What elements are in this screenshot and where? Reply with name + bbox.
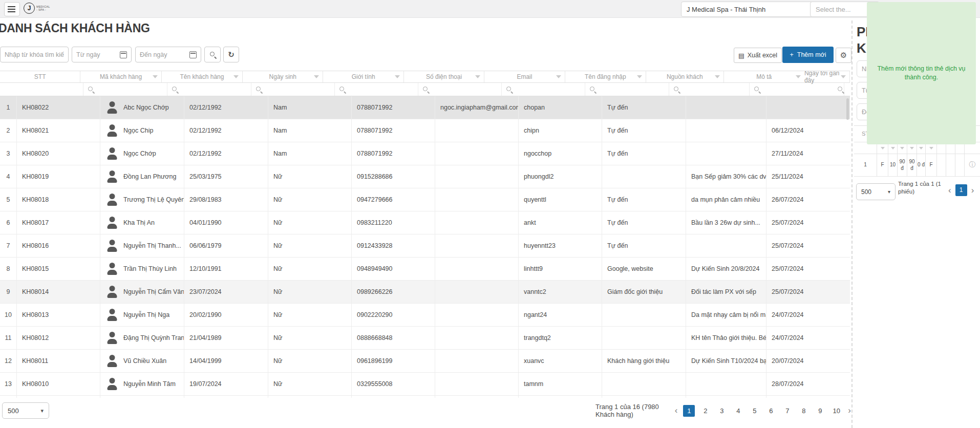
cell-gender: Nữ [268, 258, 352, 280]
to-date-field[interactable]: Đến ngày [135, 47, 201, 62]
next-page-icon[interactable]: › [970, 185, 975, 196]
side-page-button[interactable]: 1 [955, 184, 967, 196]
filter-icon[interactable] [314, 75, 319, 78]
page-button[interactable]: 7 [781, 405, 793, 417]
pagination: Trang 1 của 16 (7980 Khách hàng) ‹ 1 2 3… [595, 402, 852, 419]
column-header[interactable]: Mã khách hàng [80, 71, 161, 82]
cell-email [435, 281, 519, 303]
column-search-cell[interactable] [167, 83, 251, 96]
column-search-cell[interactable] [585, 83, 669, 96]
page-button[interactable]: 4 [732, 405, 744, 417]
filter-icon[interactable] [395, 75, 400, 78]
filter-icon[interactable] [841, 75, 846, 78]
calendar-icon[interactable] [120, 51, 127, 58]
refresh-button[interactable]: ↻ [223, 47, 239, 62]
search-button[interactable] [204, 47, 221, 62]
cell-customer-code: KH08021 [17, 119, 100, 142]
column-search-cell[interactable] [750, 83, 833, 96]
column-header[interactable]: STT [0, 71, 80, 82]
from-date-field[interactable]: Từ ngày [72, 47, 132, 62]
scrollbar-thumb[interactable] [846, 98, 849, 120]
column-search-cell[interactable] [669, 83, 750, 96]
column-search-cell[interactable] [251, 83, 335, 96]
table-row[interactable]: 2 KH08021 Ngọc Chip 02/12/1992 Nam 07880… [0, 119, 850, 142]
settings-button[interactable]: ⚙ [836, 48, 851, 63]
column-header[interactable]: Nguồn khách [646, 71, 724, 82]
calendar-icon[interactable] [189, 51, 197, 58]
column-header[interactable]: Mô tả [724, 71, 804, 82]
filter-icon[interactable] [233, 75, 239, 78]
table-row[interactable]: 12 KH08011 Vũ Chiều Xuân 14/04/1999 Nữ 0… [0, 350, 850, 373]
table-row[interactable]: 7 KH08016 Nguyễn Thị Thanh... 06/06/1979… [0, 234, 850, 258]
cell-customer-name: Ngọc Chip [100, 119, 184, 142]
column-header[interactable]: Giới tính [323, 71, 403, 82]
column-search-cell[interactable] [0, 83, 83, 96]
filter-icon[interactable] [153, 75, 158, 78]
side-cell: 90 đ [907, 154, 917, 177]
table-row[interactable]: 1 KH08022 Abc Ngọc Chớp 02/12/1992 Nam 0… [0, 96, 850, 119]
avatar-icon [105, 193, 119, 206]
table-row[interactable]: 9 KH08014 Nguyễn Thị Cẩm Vân 23/07/2024 … [0, 281, 850, 304]
cell-email [435, 142, 519, 165]
table-footer: 500 ▾ Trang 1 của 16 (7980 Khách hàng) ‹… [0, 398, 852, 428]
side-page-size-select[interactable]: 500 ▾ [856, 183, 896, 200]
success-toast[interactable]: Thêm mới thông tin thẻ dịch vụ thành côn… [867, 2, 976, 144]
cell-customer-code: KH08013 [17, 304, 100, 326]
filter-icon[interactable] [475, 75, 480, 78]
cell-gender: Nữ [268, 234, 352, 257]
customer-table: STT Mã khách hàng Tên khách hàng Ngày si… [0, 71, 850, 398]
cell-description: KH tên Thảo giới thiệu. Bé đ... [686, 327, 766, 349]
side-table-row[interactable]: 1 F 10 90 đ 90 đ 0 đ F ⓘ [854, 154, 980, 177]
table-row[interactable]: 11 KH08012 Đặng Thị Quỳnh Trang 21/04/19… [0, 327, 850, 350]
column-search-cell[interactable] [418, 83, 502, 96]
export-excel-button[interactable]: ▤ Xuất excel [734, 48, 782, 63]
column-header[interactable]: Email [484, 71, 565, 82]
toast-message: Thêm mới thông tin thẻ dịch vụ thành côn… [873, 65, 970, 82]
page-button[interactable]: 6 [765, 405, 777, 417]
table-row[interactable]: 13 KH08010 Nguyễn Minh Tâm 19/07/2024 Nữ… [0, 373, 850, 396]
cell-source [602, 327, 686, 349]
page-button[interactable]: 5 [749, 405, 760, 417]
column-search-cell[interactable] [83, 83, 167, 96]
filter-icon[interactable] [637, 75, 642, 78]
cell-source: Tự đến [602, 119, 686, 142]
add-new-button[interactable]: + Thêm mới [782, 47, 834, 63]
cell-last-visit: 25/07/2024 [766, 258, 850, 280]
column-search-cell[interactable] [335, 83, 418, 96]
table-row[interactable]: 6 KH08017 Kha Thị An 04/01/1990 Nữ 09832… [0, 211, 850, 234]
page-button[interactable]: 1 [683, 405, 695, 417]
page-button[interactable]: 3 [716, 405, 728, 417]
pagination-info: Trang 1 của 16 (7980 Khách hàng) [595, 403, 667, 418]
info-icon[interactable]: ⓘ [969, 161, 976, 169]
filter-icon[interactable] [715, 75, 720, 78]
menu-button[interactable] [4, 2, 20, 16]
prev-page-icon[interactable]: ‹ [947, 185, 952, 196]
cell-description: Dự Kiến Sinh T10/2024 bạn... [686, 350, 766, 372]
table-header-row: STT Mã khách hàng Tên khách hàng Ngày si… [0, 71, 850, 83]
table-row[interactable]: 8 KH08015 Trần Thị Thùy Linh 12/10/1991 … [0, 258, 850, 281]
table-row[interactable]: 5 KH08018 Trương Thị Lệ Quyên 29/08/1983… [0, 188, 850, 211]
page-button[interactable]: 9 [814, 405, 826, 417]
table-row[interactable]: 4 KH08019 Đồng Lan Phương 25/03/1975 Nữ … [0, 165, 850, 188]
filter-icon[interactable] [796, 75, 801, 78]
column-header[interactable]: Tên khách hàng [162, 71, 243, 82]
page-button[interactable]: 2 [699, 405, 711, 417]
column-search-cell[interactable] [502, 83, 585, 96]
page-size-select[interactable]: 500 ▾ [2, 402, 49, 419]
column-header[interactable]: Ngày tới gần đây [804, 71, 850, 82]
cell-email [435, 211, 519, 234]
prev-page-icon[interactable]: ‹ [674, 405, 679, 416]
column-search-cell[interactable] [833, 83, 844, 96]
table-row[interactable]: 3 KH08020 Ngọc Chớp 02/12/1992 Nam 07880… [0, 142, 850, 165]
customer-name-text: Nguyễn Thị Nga [123, 311, 169, 318]
column-header[interactable]: Ngày sinh [243, 71, 323, 82]
column-header[interactable]: Số điện thoại [404, 71, 484, 82]
branch-select[interactable]: J Medical Spa - Thái Thịnh ▾ [681, 2, 819, 17]
page-button[interactable]: 8 [798, 405, 809, 417]
table-row[interactable]: 10 KH08013 Nguyễn Thị Nga 20/02/1990 Nữ … [0, 304, 850, 327]
cell-stt: 13 [0, 373, 17, 395]
column-header[interactable]: Tên đăng nhập [565, 71, 646, 82]
search-input[interactable] [0, 47, 69, 62]
page-button[interactable]: 10 [830, 405, 842, 417]
filter-icon[interactable] [556, 75, 561, 78]
